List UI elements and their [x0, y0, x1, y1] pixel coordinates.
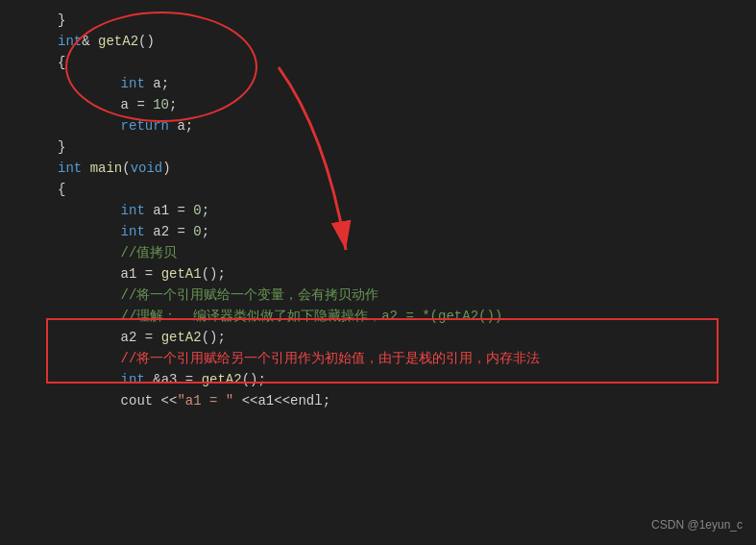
code-line: } — [0, 10, 756, 31]
code-line-comment2: //理解： 编译器类似做了如下隐藏操作，a2 = *(getA2()) — [0, 306, 756, 327]
code-line: int& getA2() — [0, 31, 756, 52]
code-line: a = 10; — [0, 94, 756, 115]
code-editor: } int& getA2() { int a; a = 10; return a… — [0, 0, 756, 545]
code-line: } — [0, 136, 756, 158]
code-line: //值拷贝 — [0, 242, 756, 263]
code-line: int a2 = 0; — [0, 221, 756, 242]
code-line-comment1: //将一个引用赋给一个变量，会有拷贝动作 — [0, 285, 756, 306]
code-line: { — [0, 179, 756, 200]
code-line: a1 = getA1(); — [0, 263, 756, 285]
code-line-a3: int &a3 = getA2(); — [0, 369, 756, 390]
code-line: return a; — [0, 115, 756, 136]
code-line: int a; — [0, 73, 756, 94]
code-line: int main(void) — [0, 158, 756, 179]
code-line-a2: a2 = getA2(); — [0, 327, 756, 348]
code-line-cout: cout <<"a1 = " <<a1<<endl; — [0, 390, 756, 411]
watermark: CSDN @1eyun_c — [651, 518, 743, 532]
code-line: int a1 = 0; — [0, 200, 756, 221]
code-line-red-comment: //将一个引用赋给另一个引用作为初始值，由于是栈的引用，内存非法 — [0, 348, 756, 369]
code-line: { — [0, 52, 756, 73]
